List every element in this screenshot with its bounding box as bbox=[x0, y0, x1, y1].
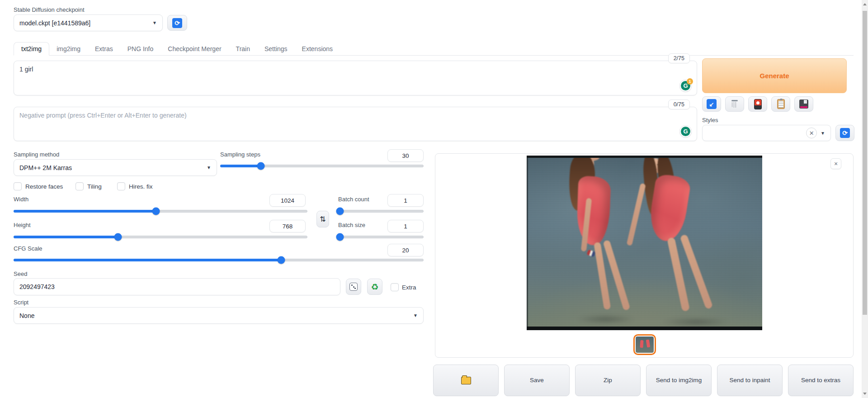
save-button[interactable]: Save bbox=[504, 365, 570, 396]
send-to-inpaint-button[interactable]: Send to inpaint bbox=[717, 365, 783, 396]
painting-frame bbox=[527, 156, 528, 330]
script-select[interactable]: None ▼ bbox=[14, 307, 424, 324]
scrollbar-down-arrow[interactable] bbox=[863, 393, 867, 395]
swap-width-height-button[interactable]: ⇅ bbox=[316, 211, 329, 227]
tab-txt2img[interactable]: txt2img bbox=[14, 42, 49, 56]
stable-diffusion-webui: Stable Diffusion checkpoint model.ckpt [… bbox=[0, 0, 868, 398]
painting-frame bbox=[527, 327, 762, 330]
thumbnail-image bbox=[636, 336, 654, 353]
generate-button[interactable]: Generate bbox=[702, 58, 847, 93]
checkpoint-select[interactable]: model.ckpt [e1441589a6] ▼ bbox=[14, 14, 163, 31]
batch-count-label: Batch count bbox=[338, 196, 369, 203]
trash-icon bbox=[731, 100, 738, 108]
height-label: Height bbox=[14, 222, 31, 228]
refresh-checkpoint-button[interactable]: ⟳ bbox=[167, 15, 187, 31]
negative-prompt-container: 0/75 G bbox=[14, 107, 697, 141]
painting-frame bbox=[527, 156, 762, 158]
recycle-icon: ♻ bbox=[371, 283, 378, 291]
batch-size-label: Batch size bbox=[338, 222, 365, 228]
arrow-down-left-icon: ↙ bbox=[707, 99, 717, 109]
output-actions-row: Save Zip Send to img2img Send to inpaint… bbox=[433, 365, 854, 396]
prompt-input[interactable]: 1 girl bbox=[14, 61, 697, 95]
floppy-disk-icon bbox=[799, 100, 808, 109]
gallery-thumbnail-selected[interactable] bbox=[633, 334, 656, 355]
folder-icon bbox=[461, 377, 471, 384]
seed-input[interactable]: 2092497423 bbox=[14, 278, 340, 295]
reuse-seed-button[interactable]: ♻ bbox=[367, 279, 382, 295]
main-tabbar: txt2img img2img Extras PNG Info Checkpoi… bbox=[14, 42, 854, 56]
output-gallery-panel: × bbox=[435, 153, 854, 358]
tab-img2img[interactable]: img2img bbox=[49, 43, 88, 55]
width-label: Width bbox=[14, 196, 28, 203]
paste-generation-params-button[interactable]: ↙ bbox=[702, 96, 721, 112]
height-slider[interactable] bbox=[14, 233, 307, 241]
cfg-scale-slider[interactable] bbox=[14, 256, 424, 264]
send-to-img2img-button[interactable]: Send to img2img bbox=[646, 365, 712, 396]
close-gallery-button[interactable]: × bbox=[830, 158, 841, 169]
hires-fix-checkbox[interactable] bbox=[117, 182, 125, 190]
tiling-label: Tiling bbox=[87, 183, 102, 190]
clear-prompt-button[interactable] bbox=[725, 96, 744, 112]
chevron-down-icon: ▼ bbox=[207, 165, 211, 170]
batch-size-slider[interactable] bbox=[338, 233, 424, 241]
prompt-tool-row: ↙ bbox=[702, 96, 813, 112]
send-to-extras-button[interactable]: Send to extras bbox=[788, 365, 854, 396]
cfg-scale-label: CFG Scale bbox=[14, 245, 42, 252]
negative-prompt-token-counter: 0/75 bbox=[668, 100, 690, 109]
restore-faces-label: Restore faces bbox=[25, 183, 63, 190]
page-scrollbar[interactable] bbox=[862, 0, 868, 398]
chevron-down-icon: ▼ bbox=[152, 20, 157, 25]
swap-arrows-icon: ⇅ bbox=[320, 215, 326, 223]
seed-label: Seed bbox=[14, 270, 27, 277]
flower-card-icon bbox=[754, 99, 762, 109]
refresh-styles-button[interactable]: ⟳ bbox=[835, 125, 854, 141]
styles-label: Styles bbox=[702, 117, 718, 123]
sampling-steps-slider[interactable] bbox=[220, 162, 424, 170]
styles-select[interactable]: ✕ ▼ bbox=[702, 125, 831, 141]
tab-train[interactable]: Train bbox=[229, 43, 257, 55]
tab-png-info[interactable]: PNG Info bbox=[120, 43, 161, 55]
sampling-steps-value[interactable]: 30 bbox=[387, 149, 424, 162]
chevron-down-icon: ▼ bbox=[413, 313, 418, 318]
checkpoint-label: Stable Diffusion checkpoint bbox=[14, 6, 85, 13]
negative-prompt-input[interactable] bbox=[14, 107, 697, 141]
zip-button[interactable]: Zip bbox=[575, 365, 641, 396]
cfg-scale-value[interactable]: 20 bbox=[387, 244, 424, 256]
batch-count-value[interactable]: 1 bbox=[387, 194, 424, 207]
tiling-checkbox[interactable] bbox=[75, 182, 84, 190]
refresh-icon: ⟳ bbox=[172, 18, 182, 28]
tab-extensions[interactable]: Extensions bbox=[295, 43, 340, 55]
hires-fix-label: Hires. fix bbox=[129, 183, 153, 190]
clipboard-icon bbox=[777, 99, 785, 109]
generated-image[interactable] bbox=[527, 156, 762, 330]
restore-faces-checkbox[interactable] bbox=[14, 182, 22, 190]
width-value[interactable]: 1024 bbox=[269, 194, 306, 207]
refresh-icon: ⟳ bbox=[840, 128, 850, 138]
chevron-down-icon: ▼ bbox=[821, 131, 825, 136]
prompt-container: 1 girl 2/75 G 1 bbox=[14, 61, 697, 95]
grammarly-icon[interactable]: G bbox=[679, 125, 692, 137]
random-seed-button[interactable] bbox=[346, 279, 361, 295]
height-value[interactable]: 768 bbox=[269, 220, 306, 232]
sampling-method-select[interactable]: DPM++ 2M Karras ▼ bbox=[14, 159, 217, 176]
prompt-token-counter: 2/75 bbox=[668, 53, 690, 63]
save-style-button[interactable] bbox=[794, 96, 813, 112]
extra-networks-button[interactable] bbox=[748, 96, 767, 112]
apply-style-button[interactable] bbox=[771, 96, 790, 112]
width-slider[interactable] bbox=[14, 207, 307, 215]
extra-seed-checkbox[interactable] bbox=[391, 283, 399, 291]
batch-count-slider[interactable] bbox=[338, 207, 424, 215]
dice-icon bbox=[349, 283, 358, 291]
tab-extras[interactable]: Extras bbox=[88, 43, 120, 55]
checkpoint-value: model.ckpt [e1441589a6] bbox=[19, 19, 90, 27]
clear-styles-icon[interactable]: ✕ bbox=[806, 128, 817, 138]
sampling-method-value: DPM++ 2M Karras bbox=[19, 164, 72, 171]
scrollbar-thumb[interactable] bbox=[863, 11, 867, 315]
batch-size-value[interactable]: 1 bbox=[387, 220, 424, 232]
grammarly-badge: 1 bbox=[687, 78, 693, 85]
scrollbar-up-arrow[interactable] bbox=[863, 3, 867, 5]
tab-settings[interactable]: Settings bbox=[257, 43, 295, 55]
grammarly-icon[interactable]: G 1 bbox=[679, 80, 692, 92]
open-folder-button[interactable] bbox=[433, 365, 499, 396]
tab-checkpoint-merger[interactable]: Checkpoint Merger bbox=[160, 43, 228, 55]
